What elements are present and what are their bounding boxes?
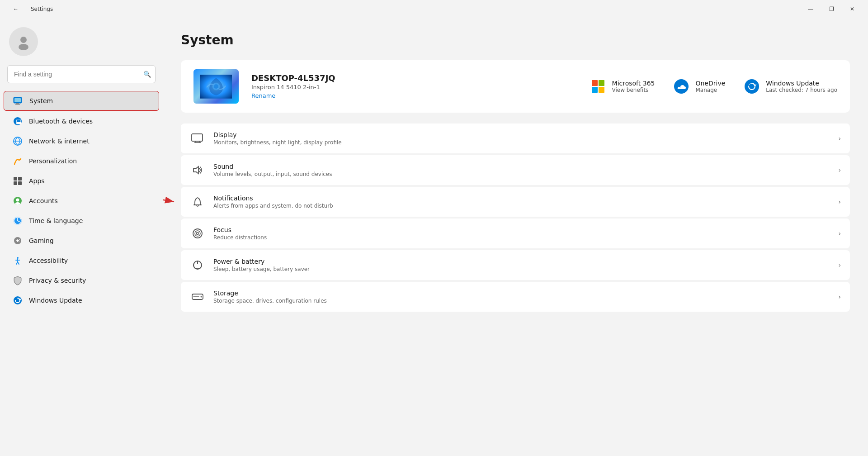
svg-rect-23 bbox=[17, 239, 18, 242]
storage-text: Storage Storage space, drives, configura… bbox=[213, 290, 830, 304]
microsoft365-label: Microsoft 365 bbox=[612, 80, 655, 87]
onedrive-icon bbox=[673, 78, 690, 95]
sidebar-item-label-accessibility: Accessibility bbox=[29, 257, 68, 264]
power-text: Power & battery Sleep, battery usage, ba… bbox=[213, 258, 830, 272]
winupdate-action[interactable]: Windows Update Last checked: 7 hours ago bbox=[743, 78, 837, 95]
onedrive-text: OneDrive Manage bbox=[695, 80, 725, 93]
svg-point-43 bbox=[197, 233, 199, 235]
svg-rect-11 bbox=[18, 177, 22, 180]
notifications-title: Notifications bbox=[213, 195, 830, 202]
sidebar-item-label-system: System bbox=[29, 97, 53, 104]
svg-rect-10 bbox=[14, 177, 17, 180]
winupdate-action-icon bbox=[743, 78, 760, 95]
svg-point-31 bbox=[14, 296, 22, 304]
device-name: DESKTOP-4L537JQ bbox=[251, 73, 577, 83]
search-input[interactable] bbox=[7, 65, 156, 83]
display-desc: Monitors, brightness, night light, displ… bbox=[213, 139, 830, 146]
device-model: Inspiron 14 5410 2-in-1 bbox=[251, 84, 577, 90]
onedrive-label: OneDrive bbox=[695, 80, 725, 87]
storage-title: Storage bbox=[213, 290, 830, 297]
svg-rect-35 bbox=[192, 134, 203, 141]
app-window: 🔍 System ⬓ Bluetooth & devices bbox=[0, 18, 868, 456]
svg-point-0 bbox=[20, 37, 27, 43]
sidebar-item-label-accounts: Accounts bbox=[29, 197, 58, 204]
avatar[interactable] bbox=[9, 27, 38, 56]
search-icon: 🔍 bbox=[143, 71, 151, 78]
svg-point-16 bbox=[15, 202, 20, 205]
microsoft365-action[interactable]: Microsoft 365 View benefits bbox=[590, 78, 655, 95]
sidebar-item-bluetooth[interactable]: ⬓ Bluetooth & devices bbox=[4, 112, 159, 131]
sidebar-item-time[interactable]: Time & language bbox=[4, 211, 159, 230]
sidebar-item-label-apps: Apps bbox=[29, 177, 45, 185]
sound-icon bbox=[190, 162, 205, 178]
sidebar-item-label-bluetooth: Bluetooth & devices bbox=[29, 118, 93, 125]
svg-point-25 bbox=[19, 241, 19, 242]
personalization-icon bbox=[13, 156, 23, 166]
display-text: Display Monitors, brightness, night ligh… bbox=[213, 131, 830, 146]
page-title: System bbox=[181, 33, 850, 48]
sidebar-item-gaming[interactable]: Gaming bbox=[4, 231, 159, 250]
rename-link[interactable]: Rename bbox=[251, 92, 275, 99]
sidebar-item-label-gaming: Gaming bbox=[29, 237, 54, 244]
sidebar-item-label-time: Time & language bbox=[29, 217, 83, 224]
sidebar-item-system[interactable]: System bbox=[4, 91, 159, 111]
svg-point-47 bbox=[201, 296, 202, 298]
notifications-desc: Alerts from apps and system, do not dist… bbox=[213, 203, 830, 209]
microsoft365-icon bbox=[590, 78, 607, 95]
sound-text: Sound Volume levels, output, input, soun… bbox=[213, 163, 830, 177]
svg-point-41 bbox=[193, 229, 202, 238]
storage-desc: Storage space, drives, configuration rul… bbox=[213, 298, 830, 304]
sidebar-item-personalization[interactable]: Personalization bbox=[4, 152, 159, 171]
bluetooth-icon: ⬓ bbox=[13, 116, 23, 126]
sidebar-item-accounts[interactable]: Accounts bbox=[4, 191, 159, 210]
privacy-icon bbox=[13, 276, 23, 285]
sidebar-item-privacy[interactable]: Privacy & security bbox=[4, 271, 159, 290]
accessibility-icon bbox=[13, 256, 23, 266]
sidebar-item-winupdate[interactable]: Windows Update bbox=[4, 291, 159, 310]
restore-button[interactable]: ❐ bbox=[821, 2, 842, 16]
settings-list: Display Monitors, brightness, night ligh… bbox=[181, 124, 850, 312]
titlebar: ← Settings — ❐ ✕ bbox=[0, 0, 868, 18]
setting-display[interactable]: Display Monitors, brightness, night ligh… bbox=[181, 124, 850, 153]
device-info: DESKTOP-4L537JQ Inspiron 14 5410 2-in-1 … bbox=[251, 73, 577, 100]
setting-power[interactable]: Power & battery Sleep, battery usage, ba… bbox=[181, 250, 850, 280]
winupdate-action-sub: Last checked: 7 hours ago bbox=[766, 87, 837, 93]
close-button[interactable]: ✕ bbox=[842, 2, 863, 16]
microsoft365-text: Microsoft 365 View benefits bbox=[612, 80, 655, 93]
svg-rect-4 bbox=[16, 103, 19, 104]
titlebar-left: ← Settings bbox=[5, 2, 53, 16]
accounts-icon bbox=[13, 196, 23, 206]
onedrive-sub: Manage bbox=[695, 87, 725, 93]
sidebar-item-network[interactable]: Network & internet bbox=[4, 132, 159, 151]
app-title: Settings bbox=[31, 6, 53, 12]
winupdate-action-text: Windows Update Last checked: 7 hours ago bbox=[766, 80, 837, 93]
focus-text: Focus Reduce distractions bbox=[213, 226, 830, 241]
display-title: Display bbox=[213, 131, 830, 138]
svg-point-15 bbox=[16, 199, 19, 202]
svg-point-1 bbox=[19, 44, 28, 50]
minimize-button[interactable]: — bbox=[800, 2, 821, 16]
focus-title: Focus bbox=[213, 226, 830, 233]
apps-icon bbox=[13, 176, 23, 186]
microsoft365-sub: View benefits bbox=[612, 87, 655, 93]
sidebar-item-accessibility[interactable]: Accessibility bbox=[4, 251, 159, 270]
svg-point-34 bbox=[214, 84, 218, 89]
device-actions: Microsoft 365 View benefits One bbox=[590, 78, 837, 95]
network-icon bbox=[13, 136, 23, 146]
main-content: System bbox=[163, 18, 868, 456]
sidebar-item-label-winupdate: Windows Update bbox=[29, 297, 82, 304]
setting-storage[interactable]: Storage Storage space, drives, configura… bbox=[181, 282, 850, 312]
setting-notifications[interactable]: Notifications Alerts from apps and syste… bbox=[181, 187, 850, 217]
onedrive-action[interactable]: OneDrive Manage bbox=[673, 78, 725, 95]
back-button[interactable]: ← bbox=[5, 2, 26, 16]
notifications-chevron: › bbox=[838, 198, 841, 205]
svg-line-30 bbox=[18, 262, 19, 264]
setting-focus[interactable]: Focus Reduce distractions › bbox=[181, 218, 850, 248]
sidebar-item-label-personalization: Personalization bbox=[29, 157, 77, 165]
setting-sound[interactable]: Sound Volume levels, output, input, soun… bbox=[181, 155, 850, 185]
sidebar-item-apps[interactable]: Apps bbox=[4, 171, 159, 190]
device-image bbox=[193, 69, 239, 104]
device-card: DESKTOP-4L537JQ Inspiron 14 5410 2-in-1 … bbox=[181, 60, 850, 113]
focus-chevron: › bbox=[838, 230, 841, 237]
winupdate-action-label: Windows Update bbox=[766, 80, 837, 87]
